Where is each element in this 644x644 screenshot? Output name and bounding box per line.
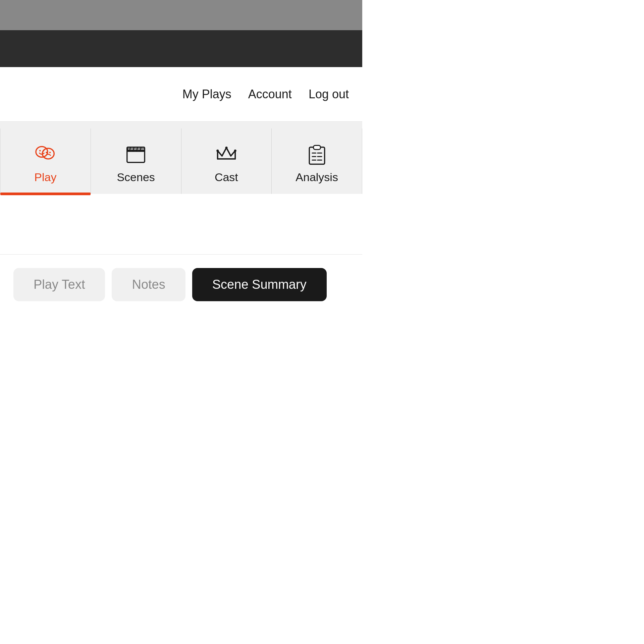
sub-tab-notes[interactable]: Notes (112, 268, 185, 301)
tab-scenes[interactable]: Scenes (91, 128, 181, 194)
content-area (0, 194, 362, 244)
clipboard-icon (305, 142, 329, 165)
svg-rect-19 (313, 146, 320, 150)
sub-tabs-section: Play Text Notes Scene Summary (0, 254, 362, 301)
tab-scenes-label: Scenes (117, 171, 155, 184)
tab-analysis[interactable]: Analysis (272, 128, 362, 194)
sub-tab-scene-summary[interactable]: Scene Summary (192, 268, 327, 301)
svg-point-17 (234, 150, 236, 152)
svg-point-16 (225, 147, 227, 149)
top-gray-bar (0, 0, 362, 30)
sub-tabs-row: Play Text Notes Scene Summary (13, 268, 349, 301)
top-dark-bar (0, 30, 362, 67)
tab-cast[interactable]: Cast (181, 128, 272, 194)
clapperboard-icon (124, 142, 148, 165)
nav-area: My Plays Account Log out (0, 67, 362, 115)
tabs-row: Play (0, 128, 362, 194)
nav-log-out[interactable]: Log out (309, 87, 349, 101)
tabs-section: Play (0, 121, 362, 194)
tab-play-label: Play (34, 171, 56, 184)
tab-play-active-bar (0, 193, 91, 195)
svg-point-15 (216, 150, 219, 152)
sub-tab-play-text[interactable]: Play Text (13, 268, 105, 301)
tab-play[interactable]: Play (0, 128, 91, 194)
svg-point-4 (46, 152, 47, 153)
theater-masks-icon (34, 142, 57, 165)
nav-account[interactable]: Account (248, 87, 292, 101)
svg-point-1 (39, 150, 41, 151)
nav-my-plays[interactable]: My Plays (182, 87, 231, 101)
svg-rect-6 (127, 150, 145, 163)
nav-links: My Plays Account Log out (182, 87, 349, 101)
crown-icon (215, 142, 238, 165)
tab-cast-label: Cast (215, 171, 238, 184)
svg-point-5 (49, 152, 51, 153)
tab-analysis-label: Analysis (296, 171, 338, 184)
